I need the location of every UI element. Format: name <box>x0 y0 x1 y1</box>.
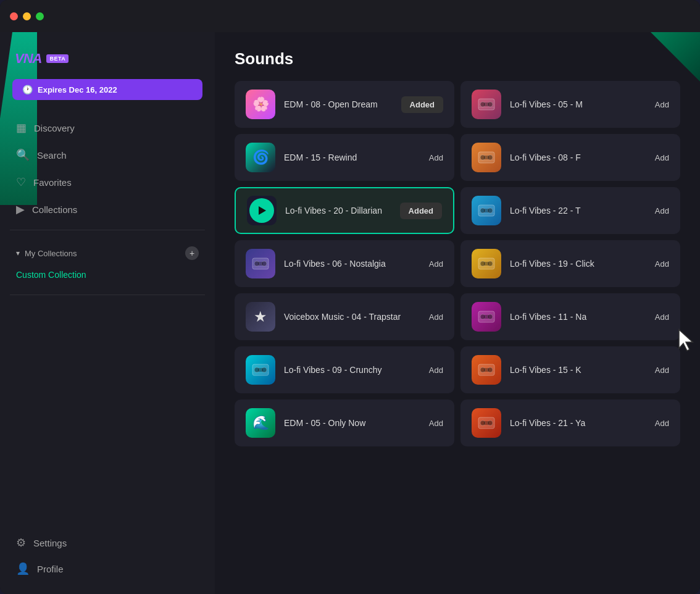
sound-name: Lo-fi Vibes - 19 - Click <box>510 259 646 269</box>
sound-action-added[interactable]: Added <box>401 96 443 113</box>
sound-action-added[interactable]: Added <box>400 203 442 219</box>
spiral-icon: 🌀 <box>252 149 269 165</box>
sound-action-add[interactable]: Add <box>655 259 669 269</box>
sound-card-lofi-08[interactable]: Lo-fi Vibes - 08 - F Add <box>460 134 680 181</box>
expiry-badge[interactable]: 🕐 Expires Dec 16, 2022 <box>12 79 202 100</box>
sound-info: Lo-fi Vibes - 06 - Nostalgia <box>284 259 420 269</box>
add-collection-button[interactable]: + <box>185 246 199 260</box>
sidebar-item-custom-collection[interactable]: Custom Collection <box>7 265 207 285</box>
sound-thumbnail: 🌸 <box>246 90 275 119</box>
sound-action-add[interactable]: Add <box>655 206 669 215</box>
cassette-icon <box>478 257 495 270</box>
sidebar-item-profile[interactable]: 👤 Profile <box>7 556 207 582</box>
sound-thumbnail <box>472 408 501 438</box>
svg-rect-8 <box>484 156 489 159</box>
sound-action-add[interactable]: Add <box>655 312 669 322</box>
sound-action-add[interactable]: Add <box>429 419 443 428</box>
sound-card-edm-15[interactable]: 🌀 EDM - 15 - Rewind Add <box>235 134 454 181</box>
custom-collection-label: Custom Collection <box>16 270 86 280</box>
sound-card-voicebox-04[interactable]: ★ Voicebox Music - 04 - Trapstar Add <box>235 293 454 340</box>
sound-thumbnail <box>472 249 501 278</box>
sound-info: EDM - 05 - Only Now <box>284 418 420 428</box>
sound-name: Lo-fi Vibes - 06 - Nostalgia <box>284 259 420 269</box>
svg-rect-38 <box>484 368 489 372</box>
sound-name: EDM - 15 - Rewind <box>284 153 420 162</box>
cassette-icon <box>478 364 495 376</box>
sound-info: Lo-fi Vibes - 19 - Click <box>510 259 646 269</box>
sidebar-item-collections[interactable]: ▶ Collections <box>7 196 207 222</box>
sound-thumbnail <box>247 196 277 225</box>
sound-thumbnail <box>472 143 501 172</box>
sound-action-add[interactable]: Add <box>429 312 443 322</box>
sound-name: Lo-fi Vibes - 21 - Ya <box>510 418 646 428</box>
sound-card-lofi-21[interactable]: Lo-fi Vibes - 21 - Ya Add <box>460 399 680 446</box>
bottom-nav: ⚙ Settings 👤 Profile <box>0 530 215 582</box>
sidebar-item-favorites[interactable]: ♡ Favorites <box>7 169 207 195</box>
sound-card-lofi-20[interactable]: Lo-fi Vibes - 20 - Dillarian Added <box>235 187 454 234</box>
svg-rect-43 <box>484 421 489 425</box>
sound-thumbnail <box>472 302 501 332</box>
sound-thumbnail: ★ <box>246 302 275 332</box>
sounds-grid: 🌸 EDM - 08 - Open Dream Added Lo-fi Vibe… <box>235 81 680 446</box>
sound-thumbnail <box>472 355 501 385</box>
sound-name: EDM - 05 - Only Now <box>284 418 420 428</box>
sound-thumbnail: 🌀 <box>246 143 275 172</box>
sound-action-add[interactable]: Add <box>655 419 669 428</box>
sound-info: Lo-fi Vibes - 20 - Dillarian <box>285 206 391 215</box>
sound-action-add[interactable]: Add <box>429 259 443 269</box>
beta-badge: BETA <box>46 54 69 63</box>
sound-action-add[interactable]: Add <box>429 366 443 375</box>
sound-info: Lo-fi Vibes - 05 - M <box>510 99 646 109</box>
profile-label: Profile <box>37 564 64 574</box>
sound-action-add[interactable]: Add <box>655 366 669 375</box>
sound-name: Lo-fi Vibes - 09 - Crunchy <box>284 365 420 375</box>
maximize-button[interactable] <box>36 12 44 20</box>
sound-name: Lo-fi Vibes - 15 - K <box>510 365 646 375</box>
sound-card-lofi-06[interactable]: Lo-fi Vibes - 06 - Nostalgia Add <box>235 240 454 287</box>
sound-card-lofi-09[interactable]: Lo-fi Vibes - 09 - Crunchy Add <box>235 346 454 393</box>
titlebar <box>0 0 700 32</box>
cassette-icon <box>252 364 269 376</box>
cassette-icon <box>252 257 269 270</box>
play-triangle-icon <box>259 206 266 215</box>
sidebar-item-discovery[interactable]: ▦ Discovery <box>7 115 207 141</box>
traffic-lights <box>10 12 44 20</box>
sidebar-item-search[interactable]: 🔍 Search <box>7 142 207 168</box>
svg-rect-33 <box>258 368 263 372</box>
sound-card-lofi-05[interactable]: Lo-fi Vibes - 05 - M Add <box>460 81 680 128</box>
sound-card-edm-08[interactable]: 🌸 EDM - 08 - Open Dream Added <box>235 81 454 128</box>
close-button[interactable] <box>10 12 18 20</box>
nav-divider <box>10 230 205 230</box>
logo-text: VNA <box>15 51 41 67</box>
main-window: VNA BETA 🕐 Expires Dec 16, 2022 ▦ Discov… <box>0 0 700 594</box>
sound-card-lofi-15[interactable]: Lo-fi Vibes - 15 - K Add <box>460 346 680 393</box>
sound-card-edm-05[interactable]: 🌊 EDM - 05 - Only Now Add <box>235 399 454 446</box>
cassette-icon <box>478 151 495 164</box>
sound-action-add[interactable]: Add <box>655 153 669 162</box>
search-icon: 🔍 <box>16 148 30 162</box>
sound-name: Lo-fi Vibes - 20 - Dillarian <box>285 206 391 215</box>
minimize-button[interactable] <box>23 12 31 20</box>
sound-info: Lo-fi Vibes - 11 - Na <box>510 312 646 322</box>
sidebar-content: VNA BETA 🕐 Expires Dec 16, 2022 ▦ Discov… <box>0 32 215 594</box>
sound-action-add[interactable]: Add <box>429 153 443 162</box>
sound-info: EDM - 08 - Open Dream <box>284 99 393 109</box>
play-button[interactable] <box>249 198 274 223</box>
sound-thumbnail <box>246 355 275 385</box>
sidebar-item-settings[interactable]: ⚙ Settings <box>7 530 207 556</box>
nav-section: ▦ Discovery 🔍 Search ♡ Favorites ▶ Colle… <box>0 115 215 222</box>
cassette-icon <box>478 417 495 429</box>
svg-rect-3 <box>484 102 489 106</box>
svg-rect-13 <box>484 209 489 212</box>
collections-label: Collections <box>32 204 77 215</box>
sound-name: Lo-fi Vibes - 08 - F <box>510 153 646 162</box>
sound-card-lofi-19[interactable]: Lo-fi Vibes - 19 - Click Add <box>460 240 680 287</box>
sound-card-lofi-11[interactable]: Lo-fi Vibes - 11 - Na Add <box>460 293 680 340</box>
sound-action-add[interactable]: Add <box>655 100 669 109</box>
bottom-divider-top <box>10 295 205 295</box>
sound-card-lofi-22[interactable]: Lo-fi Vibes - 22 - T Add <box>460 187 680 234</box>
chevron-down-icon[interactable]: ▾ <box>16 249 20 257</box>
settings-label: Settings <box>33 538 67 548</box>
main-layout: VNA BETA 🕐 Expires Dec 16, 2022 ▦ Discov… <box>0 32 700 594</box>
svg-rect-28 <box>484 315 489 319</box>
